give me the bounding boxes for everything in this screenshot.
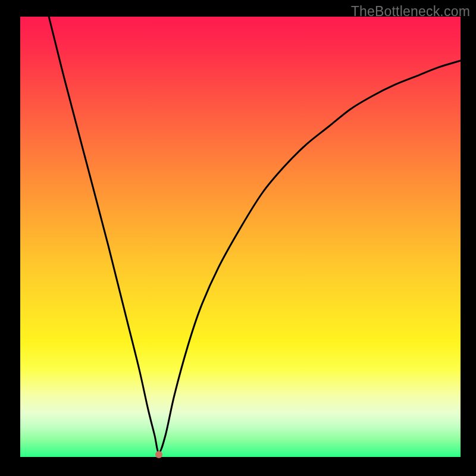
bottleneck-curve — [20, 17, 461, 457]
optimal-point-marker — [155, 451, 162, 458]
chart-frame: TheBottleneck.com — [0, 0, 476, 476]
watermark-text: TheBottleneck.com — [351, 4, 470, 20]
plot-area — [20, 17, 461, 457]
